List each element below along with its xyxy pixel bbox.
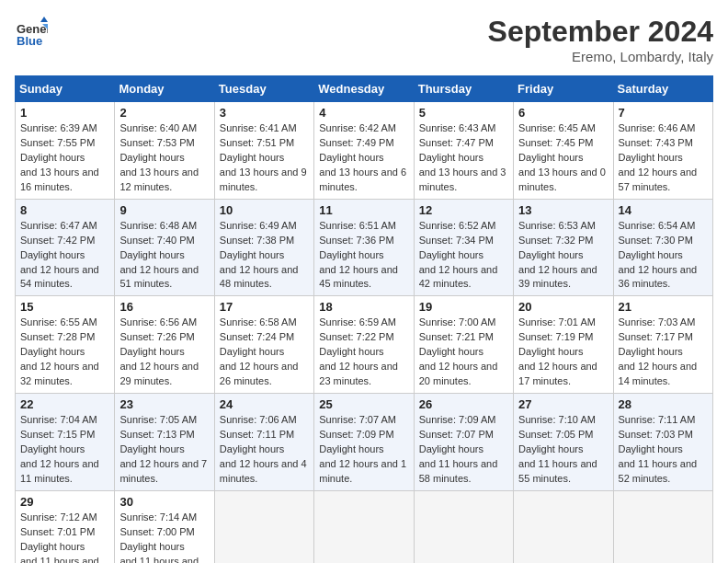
day-number: 27 <box>518 397 608 411</box>
weekday-header-monday: Monday <box>115 76 214 102</box>
day-detail: Sunrise: 6:41 AM Sunset: 7:51 PM Dayligh… <box>220 121 309 195</box>
day-cell-9: 9 Sunrise: 6:48 AM Sunset: 7:40 PM Dayli… <box>115 199 214 296</box>
day-number: 13 <box>518 203 608 217</box>
day-number: 20 <box>518 300 608 314</box>
day-cell-27: 27 Sunrise: 7:10 AM Sunset: 7:05 PM Dayl… <box>514 394 613 491</box>
day-cell-17: 17 Sunrise: 6:58 AM Sunset: 7:24 PM Dayl… <box>214 296 313 394</box>
day-detail: Sunrise: 7:05 AM Sunset: 7:13 PM Dayligh… <box>119 413 209 487</box>
day-cell-7: 7 Sunrise: 6:46 AM Sunset: 7:43 PM Dayli… <box>613 102 712 200</box>
week-row-3: 15 Sunrise: 6:55 AM Sunset: 7:28 PM Dayl… <box>16 296 713 394</box>
day-cell-20: 20 Sunrise: 7:01 AM Sunset: 7:19 PM Dayl… <box>514 296 613 394</box>
day-cell-18: 18 Sunrise: 6:59 AM Sunset: 7:22 PM Dayl… <box>314 296 414 394</box>
title-block: September 2024 Eremo, Lombardy, Italy <box>488 15 713 64</box>
day-detail: Sunrise: 7:01 AM Sunset: 7:19 PM Dayligh… <box>518 316 608 389</box>
day-number: 14 <box>619 203 708 217</box>
day-detail: Sunrise: 6:42 AM Sunset: 7:49 PM Dayligh… <box>319 121 408 195</box>
day-detail: Sunrise: 7:06 AM Sunset: 7:11 PM Dayligh… <box>220 413 309 487</box>
weekday-header-wednesday: Wednesday <box>314 76 414 102</box>
day-number: 22 <box>20 397 109 411</box>
day-number: 15 <box>20 300 109 314</box>
weekday-header-tuesday: Tuesday <box>214 76 313 102</box>
day-cell-26: 26 Sunrise: 7:09 AM Sunset: 7:07 PM Dayl… <box>414 394 513 491</box>
empty-cell <box>314 490 414 563</box>
day-cell-21: 21 Sunrise: 7:03 AM Sunset: 7:17 PM Dayl… <box>613 296 712 394</box>
day-cell-28: 28 Sunrise: 7:11 AM Sunset: 7:03 PM Dayl… <box>613 394 712 491</box>
week-row-2: 8 Sunrise: 6:47 AM Sunset: 7:42 PM Dayli… <box>16 199 713 296</box>
day-detail: Sunrise: 7:07 AM Sunset: 7:09 PM Dayligh… <box>319 413 408 487</box>
day-number: 29 <box>20 495 109 509</box>
day-number: 8 <box>20 203 109 217</box>
day-number: 24 <box>220 397 309 411</box>
day-number: 4 <box>319 106 408 120</box>
day-cell-24: 24 Sunrise: 7:06 AM Sunset: 7:11 PM Dayl… <box>214 394 313 491</box>
day-cell-16: 16 Sunrise: 6:56 AM Sunset: 7:26 PM Dayl… <box>115 296 214 394</box>
weekday-header-sunday: Sunday <box>16 76 115 102</box>
day-cell-25: 25 Sunrise: 7:07 AM Sunset: 7:09 PM Dayl… <box>314 394 414 491</box>
day-number: 19 <box>419 300 508 314</box>
day-cell-19: 19 Sunrise: 7:00 AM Sunset: 7:21 PM Dayl… <box>414 296 513 394</box>
day-number: 30 <box>119 495 209 509</box>
day-number: 17 <box>220 300 309 314</box>
day-number: 18 <box>319 300 408 314</box>
day-cell-10: 10 Sunrise: 6:49 AM Sunset: 7:38 PM Dayl… <box>214 199 313 296</box>
day-detail: Sunrise: 7:04 AM Sunset: 7:15 PM Dayligh… <box>20 413 109 487</box>
calendar-table: SundayMondayTuesdayWednesdayThursdayFrid… <box>15 75 713 563</box>
day-detail: Sunrise: 6:45 AM Sunset: 7:45 PM Dayligh… <box>518 121 608 195</box>
day-detail: Sunrise: 6:56 AM Sunset: 7:26 PM Dayligh… <box>119 316 209 389</box>
day-detail: Sunrise: 6:43 AM Sunset: 7:47 PM Dayligh… <box>419 121 508 195</box>
page-header: General Blue September 2024 Eremo, Lomba… <box>15 15 713 64</box>
day-number: 7 <box>619 106 708 120</box>
day-number: 25 <box>319 397 408 411</box>
day-detail: Sunrise: 6:39 AM Sunset: 7:55 PM Dayligh… <box>20 121 109 195</box>
day-cell-22: 22 Sunrise: 7:04 AM Sunset: 7:15 PM Dayl… <box>16 394 115 491</box>
day-number: 28 <box>619 397 708 411</box>
day-cell-3: 3 Sunrise: 6:41 AM Sunset: 7:51 PM Dayli… <box>214 102 313 200</box>
day-cell-29: 29 Sunrise: 7:12 AM Sunset: 7:01 PM Dayl… <box>16 490 115 563</box>
day-detail: Sunrise: 6:52 AM Sunset: 7:34 PM Dayligh… <box>419 219 508 293</box>
day-number: 5 <box>419 106 508 120</box>
day-detail: Sunrise: 7:03 AM Sunset: 7:17 PM Dayligh… <box>619 316 708 389</box>
day-cell-23: 23 Sunrise: 7:05 AM Sunset: 7:13 PM Dayl… <box>115 394 214 491</box>
month-title: September 2024 <box>488 15 713 49</box>
day-detail: Sunrise: 7:10 AM Sunset: 7:05 PM Dayligh… <box>518 413 608 487</box>
day-cell-2: 2 Sunrise: 6:40 AM Sunset: 7:53 PM Dayli… <box>115 102 214 200</box>
day-cell-30: 30 Sunrise: 7:14 AM Sunset: 7:00 PM Dayl… <box>115 490 214 563</box>
day-number: 1 <box>20 106 109 120</box>
empty-cell <box>214 490 313 563</box>
day-number: 21 <box>619 300 708 314</box>
day-detail: Sunrise: 6:58 AM Sunset: 7:24 PM Dayligh… <box>220 316 309 389</box>
day-detail: Sunrise: 6:54 AM Sunset: 7:30 PM Dayligh… <box>619 219 708 293</box>
day-detail: Sunrise: 6:46 AM Sunset: 7:43 PM Dayligh… <box>619 121 708 195</box>
day-detail: Sunrise: 6:49 AM Sunset: 7:38 PM Dayligh… <box>220 219 309 293</box>
empty-cell <box>414 490 513 563</box>
day-detail: Sunrise: 6:59 AM Sunset: 7:22 PM Dayligh… <box>319 316 408 389</box>
weekday-header-friday: Friday <box>514 76 613 102</box>
day-detail: Sunrise: 7:14 AM Sunset: 7:00 PM Dayligh… <box>119 511 209 563</box>
empty-cell <box>514 490 613 563</box>
day-cell-5: 5 Sunrise: 6:43 AM Sunset: 7:47 PM Dayli… <box>414 102 513 200</box>
day-cell-1: 1 Sunrise: 6:39 AM Sunset: 7:55 PM Dayli… <box>16 102 115 200</box>
day-number: 3 <box>220 106 309 120</box>
empty-cell <box>613 490 712 563</box>
svg-text:Blue: Blue <box>17 34 42 48</box>
day-detail: Sunrise: 6:51 AM Sunset: 7:36 PM Dayligh… <box>319 219 408 293</box>
day-cell-14: 14 Sunrise: 6:54 AM Sunset: 7:30 PM Dayl… <box>613 199 712 296</box>
week-row-4: 22 Sunrise: 7:04 AM Sunset: 7:15 PM Dayl… <box>16 394 713 491</box>
day-number: 11 <box>319 203 408 217</box>
day-cell-6: 6 Sunrise: 6:45 AM Sunset: 7:45 PM Dayli… <box>514 102 613 200</box>
weekday-header-row: SundayMondayTuesdayWednesdayThursdayFrid… <box>16 76 713 102</box>
weekday-header-saturday: Saturday <box>613 76 712 102</box>
week-row-1: 1 Sunrise: 6:39 AM Sunset: 7:55 PM Dayli… <box>16 102 713 200</box>
weekday-header-thursday: Thursday <box>414 76 513 102</box>
day-cell-12: 12 Sunrise: 6:52 AM Sunset: 7:34 PM Dayl… <box>414 199 513 296</box>
day-detail: Sunrise: 6:47 AM Sunset: 7:42 PM Dayligh… <box>20 219 109 293</box>
day-detail: Sunrise: 7:00 AM Sunset: 7:21 PM Dayligh… <box>419 316 508 389</box>
day-detail: Sunrise: 7:09 AM Sunset: 7:07 PM Dayligh… <box>419 413 508 487</box>
day-number: 12 <box>419 203 508 217</box>
day-cell-15: 15 Sunrise: 6:55 AM Sunset: 7:28 PM Dayl… <box>16 296 115 394</box>
day-number: 26 <box>419 397 508 411</box>
logo: General Blue <box>15 15 48 48</box>
location: Eremo, Lombardy, Italy <box>488 49 713 64</box>
day-number: 9 <box>119 203 209 217</box>
day-cell-13: 13 Sunrise: 6:53 AM Sunset: 7:32 PM Dayl… <box>514 199 613 296</box>
